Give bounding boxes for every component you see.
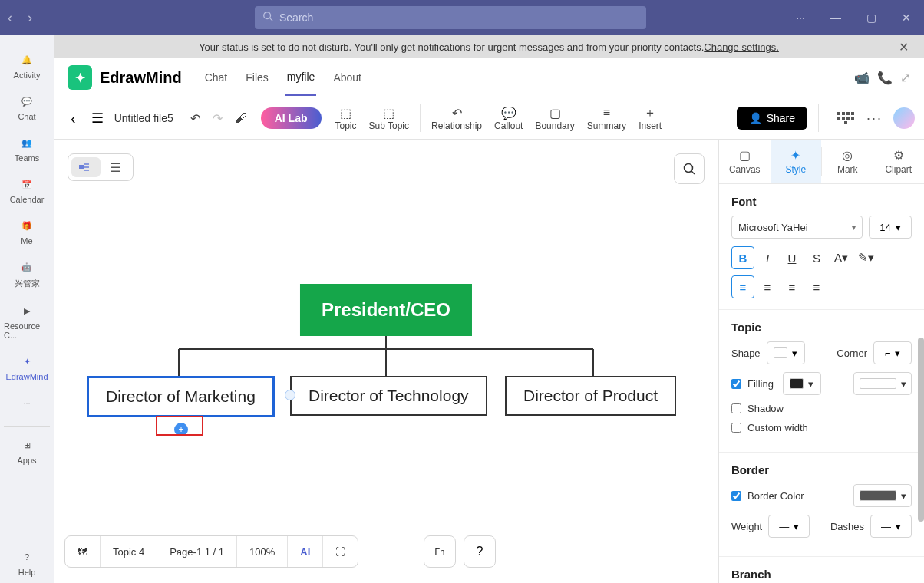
align-left-button[interactable]: ≡ (731, 275, 754, 298)
maximize-icon[interactable]: ▢ (853, 12, 889, 24)
panel-tab-canvas[interactable]: ▢Canvas (719, 140, 771, 183)
panel-tab-clipart[interactable]: ⚙Clipart (873, 140, 925, 183)
filename[interactable]: Untitled file5 (114, 112, 173, 124)
rail-help[interactable]: ?Help (4, 542, 50, 583)
apps-icon: ⊞ (18, 436, 36, 454)
fullscreen-icon[interactable]: ⛶ (322, 536, 358, 567)
ai-lab-button[interactable]: AI Lab (261, 107, 322, 129)
paint-icon[interactable]: 🖌 (235, 111, 247, 125)
notice-link[interactable]: Change settings. (704, 41, 779, 53)
share-icon: 👤 (749, 112, 762, 124)
view-mind-icon[interactable] (71, 157, 101, 177)
canvas[interactable]: ☰ President/CEO Director of Marketing Di… (54, 140, 718, 583)
share-button[interactable]: 👤Share (737, 107, 807, 130)
scrollbar[interactable] (918, 338, 924, 583)
rail-calendar[interactable]: 📅Calendar (4, 169, 50, 210)
close-icon[interactable]: ✕ (889, 12, 924, 24)
rail-edrawmind[interactable]: ✦EdrawMind (4, 346, 50, 387)
grid-view-icon[interactable] (837, 110, 854, 127)
border-color-checkbox[interactable] (731, 491, 741, 501)
tab-myfile[interactable]: myfile (285, 60, 317, 96)
map-icon[interactable]: 🗺 (65, 536, 100, 567)
avatar[interactable] (893, 107, 915, 129)
minimize-icon[interactable]: — (818, 12, 853, 24)
org-root-node[interactable]: President/CEO (300, 284, 472, 336)
video-icon[interactable]: 📹 (854, 71, 870, 85)
rail-resource[interactable]: ▶Resource C... (4, 295, 50, 346)
corner-select[interactable]: ⌐▾ (873, 341, 912, 364)
canvas-search-button[interactable] (674, 153, 705, 184)
search-input[interactable] (279, 12, 639, 24)
fn-icon[interactable]: Fn (424, 535, 456, 568)
tool-callout[interactable]: 💬Callout (494, 105, 523, 131)
filling-checkbox[interactable] (731, 379, 741, 389)
view-list-icon[interactable]: ☰ (101, 157, 130, 177)
font-family-select[interactable]: Microsoft YaHei▾ (731, 216, 863, 239)
ai-icon[interactable]: AI (287, 536, 322, 567)
help-button-icon[interactable]: ? (464, 535, 496, 568)
call-icon[interactable]: 📞 (877, 71, 893, 85)
edrawmind-icon: ✦ (18, 352, 36, 371)
tab-chat[interactable]: Chat (203, 61, 229, 94)
corner-label: Corner (837, 347, 867, 359)
strike-button[interactable]: S (805, 246, 828, 269)
nav-back-icon[interactable]: ‹ (0, 10, 20, 26)
custom-width-checkbox[interactable] (731, 423, 741, 433)
add-sibling-button[interactable] (285, 390, 295, 400)
fill-color-select[interactable]: ▾ (783, 372, 821, 395)
border-color-select[interactable]: ▾ (853, 484, 912, 507)
undo-icon[interactable]: ↶ (190, 111, 200, 126)
shape-select[interactable]: ▾ (767, 341, 805, 364)
status-page[interactable]: Page-1 1 / 1 (157, 536, 236, 567)
rail-activity[interactable]: 🔔Activity (4, 44, 50, 86)
rail-chat[interactable]: 💬Chat (4, 86, 50, 127)
org-child-2[interactable]: Director of Technology (290, 376, 487, 416)
font-size-select[interactable]: 14▾ (869, 216, 912, 239)
align-justify-button[interactable]: ≡ (805, 275, 828, 298)
panel-collapse-icon[interactable]: › (718, 147, 719, 170)
org-child-1[interactable]: Director of Marketing (87, 376, 275, 417)
nav-forward-icon[interactable]: › (20, 10, 40, 26)
rail-apps[interactable]: ⊞Apps (4, 426, 50, 471)
tool-boundary[interactable]: ▢Boundary (535, 105, 574, 131)
align-right-button[interactable]: ≡ (780, 275, 804, 298)
underline-button[interactable]: U (780, 246, 804, 269)
rail-more[interactable]: ··· (4, 387, 50, 420)
zoom-level[interactable]: 100% (236, 536, 287, 567)
bell-icon: 🔔 (18, 51, 36, 69)
tool-relationship[interactable]: ↶Relationship (431, 105, 482, 131)
svg-line-7 (691, 171, 695, 174)
popout-icon[interactable]: ⤢ (900, 71, 910, 85)
rail-app-1[interactable]: 🤖兴管家 (4, 252, 50, 295)
redo-icon[interactable]: ↷ (213, 111, 223, 126)
tool-subtopic[interactable]: ⬚Sub Topic (369, 105, 409, 131)
tab-files[interactable]: Files (244, 61, 270, 94)
notice-close-icon[interactable]: ✕ (899, 40, 909, 54)
panel-tab-mark[interactable]: ◎Mark (822, 140, 873, 183)
org-child-3[interactable]: Director of Product (505, 376, 676, 416)
highlight-button[interactable]: ✎▾ (854, 246, 877, 269)
align-center-button[interactable]: ≡ (756, 275, 779, 298)
search-box[interactable] (255, 6, 646, 29)
toolbar-more-icon[interactable]: ··· (866, 110, 883, 127)
calendar-icon: 📅 (18, 175, 36, 193)
toolbar-menu-icon[interactable]: ☰ (91, 110, 104, 127)
panel-tab-style[interactable]: ✦Style (771, 140, 822, 183)
tool-topic[interactable]: ⬚Topic (335, 105, 357, 131)
bold-button[interactable]: B (731, 246, 754, 269)
shadow-checkbox[interactable] (731, 403, 741, 413)
rail-me[interactable]: 🎁Me (4, 210, 50, 252)
notice-text: Your status is set to do not disturb. Yo… (199, 41, 704, 53)
more-icon[interactable]: ··· (783, 12, 818, 24)
tool-insert[interactable]: ＋Insert (639, 105, 662, 131)
font-color-button[interactable]: A▾ (830, 246, 853, 269)
status-topic[interactable]: Topic 4 (100, 536, 157, 567)
italic-button[interactable]: I (756, 246, 779, 269)
weight-select[interactable]: —▾ (768, 515, 810, 538)
fill-gradient-select[interactable]: ▾ (853, 372, 912, 395)
dashes-select[interactable]: —▾ (870, 515, 912, 538)
rail-teams[interactable]: 👥Teams (4, 127, 50, 169)
tab-about[interactable]: About (332, 61, 363, 94)
toolbar-back-icon[interactable]: ‹ (71, 110, 76, 127)
tool-summary[interactable]: ≡Summary (587, 105, 626, 131)
